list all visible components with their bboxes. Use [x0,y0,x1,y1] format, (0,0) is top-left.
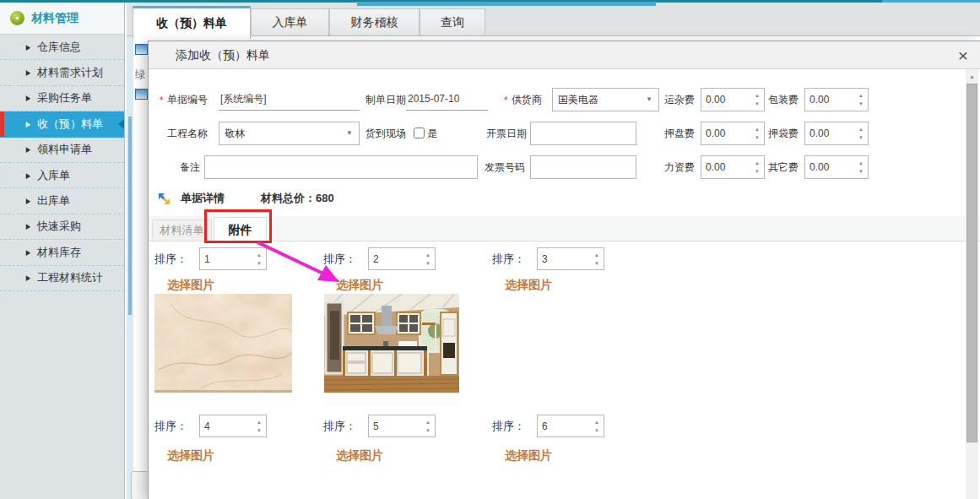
spinner-up-icon[interactable]: ▲ [858,91,864,100]
sidebar-item-material-demand-plan[interactable]: ▶材料需求计划 [0,60,124,85]
background-divider [128,117,132,315]
spinner-up-icon[interactable]: ▲ [755,125,760,133]
sort-label: 排序： [323,415,356,437]
sidebar-item-material-stock[interactable]: ▶材料库存 [0,240,124,265]
tray-deposit-input[interactable] [702,123,741,144]
invoice-no-label: 发票号码 [485,155,525,179]
spinner-up-icon[interactable]: ▲ [858,125,864,133]
spinner-up-icon[interactable]: ▲ [755,159,760,167]
goods-arrived-checkbox[interactable] [414,127,425,138]
packing-fee-label: 包装费 [768,88,799,111]
tab-finance-audit[interactable]: 财务稽核 [329,8,420,36]
sidebar-item-project-material-stats[interactable]: ▶工程材料统计 [0,266,124,291]
spinner-down-icon[interactable]: ▼ [858,167,864,176]
packing-fee-input[interactable] [806,89,845,110]
tab-material-list[interactable]: 材料清单 [152,220,212,241]
sidebar-item-receipt-order[interactable]: ▶收（预）料单 [0,111,124,137]
labor-fee-input[interactable] [702,157,741,177]
dialog-scrollbar[interactable]: ▲ [966,69,978,499]
spinner-down-icon[interactable]: ▼ [755,133,760,142]
sort-input-2[interactable] [370,249,412,268]
sidebar-item-label: 工程材料统计 [37,270,103,285]
sidebar-title: 材料管理 [31,11,79,26]
other-fee-input[interactable] [806,157,845,177]
chevron-down-circle-icon: ▼ [10,11,24,25]
sidebar-item-inbound-order[interactable]: ▶入库单 [0,163,124,188]
attachment-image-marble [154,294,292,393]
spinner-down-icon[interactable]: ▼ [858,100,864,108]
spinner-down-icon[interactable]: ▼ [755,167,760,176]
sidebar-menu: ▶仓库信息 ▶材料需求计划 ▶采购任务单 ▶收（预）料单 ▶领料申请单 ▶入库单… [0,35,124,291]
sort-stepper-6: ▲▼ [537,415,604,437]
spinner-down-icon[interactable]: ▼ [858,133,864,142]
sidebar-item-warehouse-info[interactable]: ▶仓库信息 [0,35,124,60]
sidebar-item-label: 采购任务单 [37,90,92,106]
freight-fee-stepper: ▲▼ [701,88,765,111]
project-name-select-value: 敬林 [225,122,245,144]
supplier-select[interactable]: 国美电器 ▼ [552,88,659,111]
expand-detail-icon[interactable] [157,192,171,206]
sort-label: 排序： [492,247,525,270]
supplier-select-value: 国美电器 [558,89,598,111]
toolbar-window-icon [135,44,148,55]
toolbar-window-icon [135,89,148,100]
background-scrollbar-thumb[interactable] [131,471,149,499]
make-date-input[interactable] [406,88,488,111]
goods-arrived-label: 货到现场 [365,122,406,145]
sort-input-3[interactable] [539,249,581,268]
sidebar-item-quick-purchase[interactable]: ▶快速采购 [0,214,124,240]
spinner-up-icon[interactable]: ▲ [594,251,599,259]
sidebar-header[interactable]: ▼ 材料管理 [0,3,124,35]
sort-input-1[interactable] [201,249,243,268]
spinner-up-icon[interactable]: ▲ [257,251,262,259]
spinner-up-icon[interactable]: ▲ [425,418,430,426]
sidebar-item-material-request[interactable]: ▶领料申请单 [0,138,124,163]
tray-deposit-stepper: ▲▼ [701,122,765,145]
spinner-down-icon[interactable]: ▼ [594,259,599,268]
sort-input-6[interactable] [539,416,581,436]
spinner-down-icon[interactable]: ▼ [425,259,430,268]
sidebar-item-purchase-task[interactable]: ▶采购任务单 [0,86,124,111]
select-image-link-1[interactable]: 选择图片 [167,278,214,293]
spinner-down-icon[interactable]: ▼ [755,100,760,108]
packing-fee-stepper: ▲▼ [804,88,869,111]
spinner-up-icon[interactable]: ▲ [755,91,760,100]
total-value: 680 [316,192,334,204]
project-name-select[interactable]: 敬林 ▼ [219,122,360,145]
select-image-link-5[interactable]: 选择图片 [336,448,383,464]
close-icon[interactable]: × [958,43,968,68]
sidebar: ▼ 材料管理 ▶仓库信息 ▶材料需求计划 ▶采购任务单 ▶收（预）料单 ▶领料申… [0,3,125,499]
sidebar-item-outbound-order[interactable]: ▶出库单 [0,188,124,214]
bag-deposit-input[interactable] [806,123,845,144]
freight-fee-input[interactable] [702,89,741,110]
select-image-link-2[interactable]: 选择图片 [336,278,383,293]
sort-input-4[interactable] [201,416,243,436]
spinner-down-icon[interactable]: ▼ [257,426,262,435]
tray-deposit-label: 押盘费 [664,122,695,145]
sort-input-5[interactable] [370,416,412,436]
invoice-date-input[interactable] [530,122,636,145]
spinner-up-icon[interactable]: ▲ [425,251,430,259]
sidebar-item-label: 领料申请单 [37,142,92,157]
tab-query[interactable]: 查询 [420,8,485,36]
tab-receipt-order[interactable]: 收（预）料单 [133,6,251,39]
select-image-link-3[interactable]: 选择图片 [505,278,552,293]
order-no-input[interactable] [219,88,360,111]
triangle-right-icon: ▶ [26,43,31,52]
spinner-down-icon[interactable]: ▼ [425,426,430,435]
select-image-link-6[interactable]: 选择图片 [505,448,552,464]
scroll-up-icon[interactable]: ▲ [966,71,978,82]
spinner-up-icon[interactable]: ▲ [858,159,864,167]
scrollbar-thumb[interactable] [966,84,977,442]
select-image-link-4[interactable]: 选择图片 [167,448,214,464]
spinner-down-icon[interactable]: ▼ [257,259,262,268]
remark-label: 备注 [180,155,200,179]
annotation-highlight-box [204,209,272,243]
spinner-up-icon[interactable]: ▲ [257,418,262,426]
spinner-down-icon[interactable]: ▼ [594,426,599,435]
tab-inbound-order[interactable]: 入库单 [251,8,329,36]
sort-label: 排序： [154,415,187,437]
spinner-up-icon[interactable]: ▲ [594,418,599,426]
invoice-no-input[interactable] [530,155,636,179]
remark-input[interactable] [204,155,478,179]
